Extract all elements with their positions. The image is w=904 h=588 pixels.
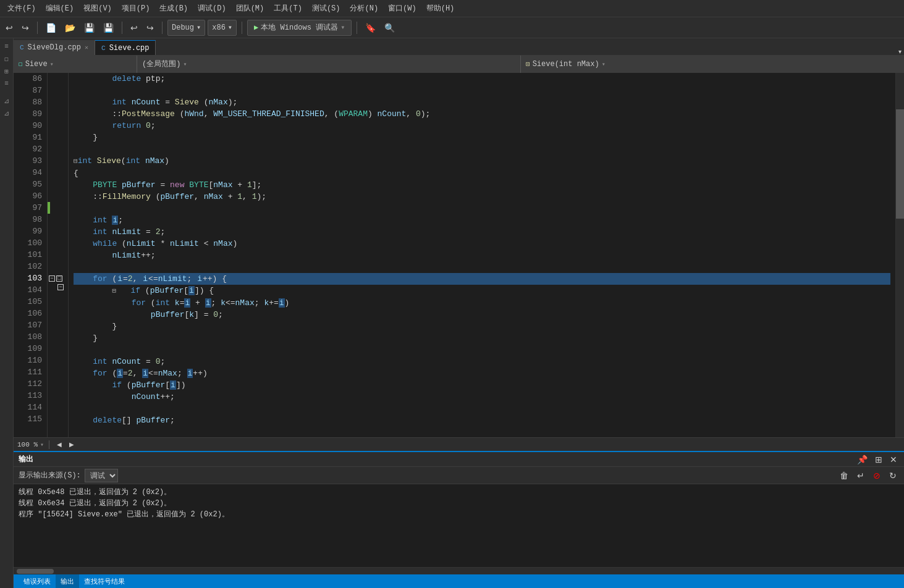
run-arrow: ▾ [340,23,345,32]
menu-view[interactable]: 视图(V) [78,2,117,15]
code-line-92 [74,143,890,155]
sidebar-icon-2[interactable]: ◻ [1,53,12,64]
output-pin-btn2[interactable]: ⊘ [871,469,883,482]
sidebar-icon-4[interactable]: ≡ [1,78,12,89]
tab-sieve[interactable]: C Sieve.cpp [95,40,156,55]
menu-build[interactable]: 生成(B) [154,2,193,15]
fold-104[interactable]: − [57,284,64,290]
output-line-3: 程序 "[15624] Sieve.exe" 已退出，返回值为 2 (0x2)。 [19,509,899,520]
output-title-actions: 📌 ⊞ ✕ [855,455,899,464]
source-select[interactable]: 调试 [85,469,118,482]
menu-analyze[interactable]: 分析(N) [345,2,383,15]
output-close-button[interactable]: ✕ [888,455,899,464]
output-clear-btn[interactable]: 🗑 [837,469,851,482]
line-numbers: 86 87 88 89 90 91 92 93 94 95 96 97 98 9… [14,73,48,437]
left-sidebar: ≡ ◻ ⊞ ≡ ⊿ ⊿ [0,38,14,588]
code-line-87 [74,85,890,96]
code-line-86: delete ptp; [74,73,890,85]
bottom-tab-find[interactable]: 查找符号结果 [79,574,130,588]
undo-button[interactable]: ↩ [127,21,141,35]
menu-file[interactable]: 文件(F) [2,2,41,15]
menu-debug[interactable]: 调试(D) [193,2,231,15]
code-text-86: delete ptp; [74,73,165,85]
fold-103[interactable]: − [49,275,55,282]
code-content[interactable]: delete ptp; int nCount = Sieve (nMax); :… [69,73,895,437]
platform-dropdown[interactable]: x86 ▾ [208,20,237,36]
menu-tools[interactable]: 工具(T) [269,2,307,15]
new-file-button[interactable]: 📄 [43,21,59,35]
output-float-button[interactable]: ⊞ [873,455,884,464]
code-line-110: int nCount = 0; [74,356,890,368]
menu-help[interactable]: 帮助(H) [421,2,460,15]
line-103-gutter: − □ [49,272,62,284]
output-refresh-btn[interactable]: ↻ [887,469,899,482]
class-select[interactable]: ◻ Sieve ▾ [14,56,137,73]
scope-select[interactable]: (全局范围) ▾ [137,56,521,73]
editor-vscroll[interactable] [895,73,904,437]
tab-label-sieve: Sieve.cpp [109,44,150,52]
toolbar: ↩ ↪ 📄 📂 💾 💾 ↩ ↪ Debug ▾ x86 ▾ ▶ 本地 Windo… [0,17,904,38]
bottom-tab-output[interactable]: 输出 [56,574,79,588]
tab-sieveDlg[interactable]: C SieveDlg.cpp ✕ [14,40,95,55]
platform-label: x86 [212,23,226,32]
zoom-bar: 100 % ▾ ◀ ▶ [14,437,904,451]
sidebar-icon-5[interactable]: ⊿ [1,95,12,106]
menu-team[interactable]: 团队(M) [231,2,269,15]
sidebar-icon-3[interactable]: ⊞ [1,65,12,77]
code-line-111: for (i=2, i<=nMax; i++) [74,368,890,379]
output-wrap-btn[interactable]: ↵ [855,469,867,482]
fold-103b[interactable]: □ [56,275,62,282]
save-all-button[interactable]: 💾 [100,21,117,35]
scroll-right-btn[interactable]: ▶ [67,440,77,449]
sep4 [242,22,242,34]
open-button[interactable]: 📂 [62,21,78,35]
forward-button[interactable]: ↪ [19,21,32,35]
ln-110: 110 [19,355,42,366]
bookmark-button[interactable]: 🔖 [362,21,379,35]
ln-104: 104 [19,284,42,296]
menu-project[interactable]: 项目(P) [117,2,155,15]
ln-100: 100 [19,237,42,249]
sidebar-icon-6[interactable]: ⊿ [1,107,12,119]
save-button[interactable]: 💾 [81,21,98,35]
menu-test[interactable]: 测试(S) [307,2,345,15]
output-panel: 输出 📌 ⊞ ✕ 显示输出来源(S): 调试 🗑 ↵ ⊘ ↻ [14,451,904,574]
code-line-106: pBuffer[k] = 0; [74,309,890,321]
menu-edit[interactable]: 编辑(E) [41,2,79,15]
tab-close-sieveDlg[interactable]: ✕ [85,44,88,51]
code-line-107: } [74,321,890,332]
bottom-tab-errors[interactable]: 错误列表 [19,574,56,588]
output-content: 线程 0x5e48 已退出，返回值为 2 (0x2)。 线程 0x6e34 已退… [14,484,904,567]
find-button[interactable]: 🔍 [381,21,398,35]
function-select[interactable]: ⊡ Sieve(int nMax) ▾ [521,56,904,73]
zoom-sep [49,440,49,449]
output-pin-button[interactable]: 📌 [855,455,869,464]
code-line-91: } [74,132,890,143]
zoom-dropdown[interactable]: ▾ [40,441,44,448]
output-toolbar: 显示输出来源(S): 调试 🗑 ↵ ⊘ ↻ [14,467,904,484]
scroll-left-btn[interactable]: ◀ [54,440,64,449]
output-hscroll[interactable] [14,567,904,574]
code-line-112: if (pBuffer[i]) [74,379,890,391]
tab-icon-sieve: C [101,44,106,52]
code-line-105: for (int k=i + i; k<=nMax; k+=i) [74,297,890,309]
run-button[interactable]: ▶ 本地 Windows 调试器 ▾ [247,20,352,36]
breadcrumb-bar: ◻ Sieve ▾ (全局范围) ▾ ⊡ Sieve(int nMax) ▾ [14,56,904,73]
ln-113: 113 [19,390,42,401]
config-dropdown[interactable]: Debug ▾ [167,20,205,36]
ln-115: 115 [19,413,42,425]
menu-window[interactable]: 窗口(W) [383,2,421,15]
tab-scroll-right[interactable]: ▾ [896,48,904,55]
sidebar-icon-1[interactable]: ≡ [1,41,12,52]
ln-90: 90 [19,120,42,132]
redo-button[interactable]: ↪ [143,21,157,35]
code-editor: 86 87 88 89 90 91 92 93 94 95 96 97 98 9… [14,73,904,437]
ln-102: 102 [19,261,42,272]
sep3 [162,22,163,34]
code-line-102 [74,261,890,273]
editor-output-container: 86 87 88 89 90 91 92 93 94 95 96 97 98 9… [14,73,904,588]
back-button[interactable]: ↩ [2,21,16,35]
code-line-98: int i; [74,214,890,226]
code-line-89: ::PostMessage (hWnd, WM_USER_THREAD_FINI… [74,108,890,120]
ln-87: 87 [19,85,42,96]
